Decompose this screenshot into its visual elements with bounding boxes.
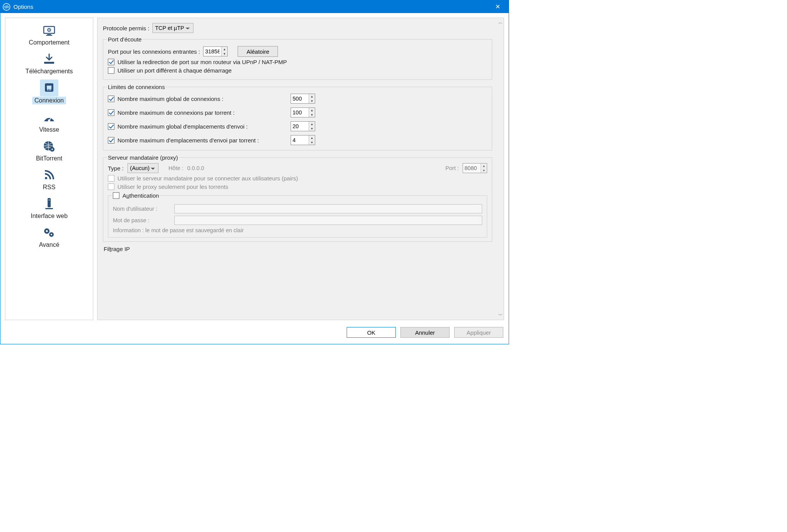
options-window: qb Options ✕ Comportement Téléchargement…	[0, 0, 509, 344]
checkbox-icon	[108, 67, 114, 74]
sidebar-item-connexion[interactable]: Connexion	[5, 77, 93, 107]
checkbox-icon	[108, 123, 114, 130]
max-upload-slots-checkbox[interactable]: Nombre maximum global d'emplacements d'e…	[108, 123, 248, 130]
svg-rect-5	[44, 62, 54, 64]
upnp-checkbox[interactable]: Utiliser la redirection de port sur mon …	[108, 59, 487, 65]
sidebar-item-rss[interactable]: RSS	[5, 164, 93, 193]
max-global-conn-spin[interactable]: ▲▼	[291, 94, 315, 104]
random-port-button[interactable]: Aléatoire	[238, 46, 278, 57]
sidebar-item-label: Téléchargements	[25, 68, 73, 75]
svg-point-20	[45, 177, 47, 179]
monitor-gear-icon	[40, 22, 58, 39]
proxy-auth-label: Authentication	[122, 192, 159, 199]
svg-rect-7	[47, 86, 51, 89]
app-icon: qb	[3, 3, 10, 11]
proxy-auth-checkbox[interactable]: Authentication	[113, 192, 159, 199]
max-conn-per-torrent-label: Nombre maximum de connexions par torrent…	[117, 109, 235, 116]
max-global-conn-checkbox[interactable]: Nombre maximum global de connexions :	[108, 96, 223, 102]
svg-point-19	[51, 149, 53, 150]
max-conn-per-torrent-spin[interactable]: ▲▼	[291, 107, 315, 117]
close-button[interactable]: ✕	[489, 0, 506, 13]
incoming-port-input[interactable]	[203, 47, 221, 56]
proxy-host-label: Hôte :	[169, 165, 184, 171]
sidebar-item-label: Connexion	[32, 97, 66, 104]
max-upload-slots-per-torrent-checkbox[interactable]: Nombre maximum d'emplacements d'envoi pa…	[108, 137, 259, 144]
svg-rect-8	[47, 89, 48, 91]
checkbox-icon	[108, 109, 114, 116]
incoming-port-spin[interactable]: ▲▼	[203, 46, 228, 56]
proxy-type-select[interactable]: (Aucun)	[127, 163, 159, 173]
ip-filter-section-title: Filtrage IP	[104, 246, 492, 252]
titlebar: qb Options ✕	[0, 0, 509, 13]
scroll-down-icon[interactable]: ﹀	[498, 312, 503, 319]
sidebar-item-label: BitTorrent	[36, 155, 62, 162]
listen-port-legend: Port d'écoute	[107, 36, 142, 43]
svg-rect-10	[50, 89, 51, 91]
proxy-peer-conn-checkbox: Utiliser le serveur mandataire pour se c…	[108, 175, 487, 182]
speedometer-icon	[40, 109, 58, 126]
checkbox-icon	[108, 137, 114, 144]
checkbox-icon	[108, 59, 114, 65]
spin-up-icon[interactable]: ▲	[222, 47, 227, 51]
rss-icon	[40, 167, 58, 183]
max-conn-per-torrent-checkbox[interactable]: Nombre maximum de connexions par torrent…	[108, 109, 235, 116]
vertical-scrollbar[interactable]: ︿ ﹀	[497, 18, 504, 320]
sidebar-item-bittorrent[interactable]: BitTorrent	[5, 135, 93, 164]
incoming-port-label: Port pour les connexions entrantes :	[108, 48, 200, 55]
max-upload-slots-per-torrent-label: Nombre maximum d'emplacements d'envoi pa…	[117, 137, 259, 144]
max-upload-slots-spin[interactable]: ▲▼	[291, 121, 315, 131]
checkbox-icon	[108, 175, 114, 182]
sidebar: Comportement Téléchargements Connexion V…	[5, 18, 93, 320]
svg-rect-2	[46, 35, 52, 36]
checkbox-icon	[108, 183, 114, 190]
proxy-port-label: Port :	[445, 165, 459, 171]
svg-rect-1	[47, 34, 51, 35]
proxy-port-spin: ▲▼	[463, 163, 487, 173]
proxy-torrents-only-label: Utiliser le proxy seulement pour les tor…	[117, 183, 228, 190]
globe-gear-icon	[40, 138, 58, 155]
svg-point-22	[49, 200, 50, 201]
scroll-up-icon[interactable]: ︿	[498, 19, 503, 26]
max-global-conn-label: Nombre maximum global de connexions :	[117, 96, 223, 102]
sidebar-item-label: Comportement	[29, 39, 69, 46]
sidebar-item-label: Vitesse	[39, 126, 59, 133]
proxy-auth-info: Information : le mot de passe est sauveg…	[113, 227, 482, 233]
proxy-torrents-only-checkbox: Utiliser le proxy seulement pour les tor…	[108, 183, 487, 190]
protocol-label: Protocole permis :	[103, 25, 149, 31]
svg-rect-23	[45, 208, 53, 209]
sidebar-item-telechargements[interactable]: Téléchargements	[5, 48, 93, 77]
conn-limits-legend: Limites de connexions	[107, 84, 165, 90]
svg-point-14	[47, 116, 48, 117]
proxy-legend: Serveur mandataire (proxy)	[107, 154, 179, 161]
svg-point-4	[49, 30, 50, 31]
sidebar-item-comportement[interactable]: Comportement	[5, 20, 93, 48]
upnp-label: Utiliser la redirection de port sur mon …	[117, 59, 287, 65]
download-icon	[40, 51, 58, 68]
cancel-button[interactable]: Annuler	[400, 327, 450, 338]
sidebar-item-interface-web[interactable]: Interface web	[5, 193, 93, 222]
ok-button[interactable]: OK	[347, 327, 396, 338]
svg-rect-9	[49, 89, 50, 91]
conn-limits-group: Limites de connexions Nombre maximum glo…	[103, 84, 492, 150]
spin-down-icon[interactable]: ▼	[222, 51, 227, 56]
apply-button[interactable]: Appliquer	[454, 327, 503, 338]
proxy-group: Serveur mandataire (proxy) Type : (Aucun…	[103, 154, 492, 242]
sidebar-item-vitesse[interactable]: Vitesse	[5, 107, 93, 135]
different-port-checkbox[interactable]: Utiliser un port différent à chaque déma…	[108, 67, 487, 74]
svg-point-27	[51, 234, 52, 235]
protocol-select[interactable]: TCP et µTP	[152, 23, 193, 33]
window-title: Options	[13, 3, 33, 10]
proxy-pass-label: Mot de passe :	[113, 217, 170, 223]
proxy-pass-input	[174, 216, 482, 225]
sidebar-item-label: RSS	[43, 184, 56, 191]
sidebar-item-avance[interactable]: Avancé	[5, 222, 93, 251]
max-upload-slots-per-torrent-spin[interactable]: ▲▼	[291, 135, 315, 145]
svg-point-25	[46, 230, 48, 232]
listen-port-group: Port d'écoute Port pour les connexions e…	[103, 36, 492, 80]
checkbox-icon	[113, 192, 119, 199]
svg-point-16	[52, 119, 53, 119]
checkbox-icon	[108, 96, 114, 102]
network-plug-icon	[40, 79, 58, 96]
max-upload-slots-label: Nombre maximum global d'emplacements d'e…	[117, 123, 248, 130]
main-panel: Protocole permis : TCP et µTP Port d'éco…	[97, 18, 504, 320]
